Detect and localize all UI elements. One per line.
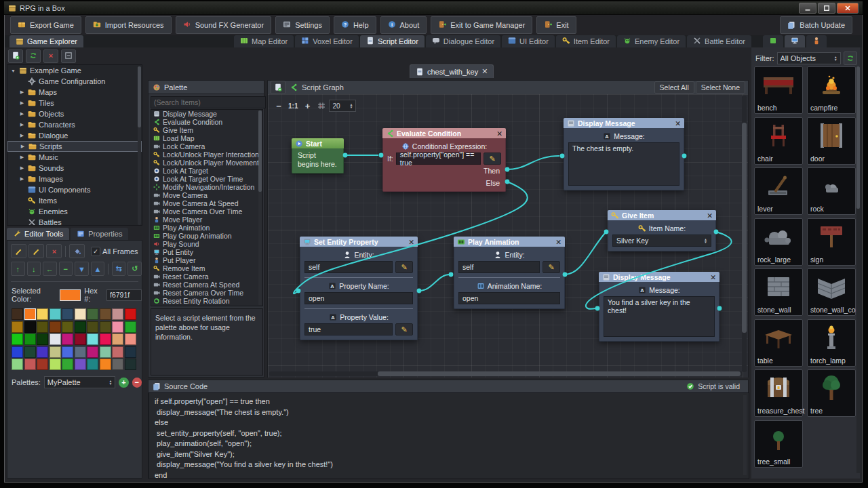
close-node-icon[interactable]: ✕: [555, 238, 561, 246]
color-swatch[interactable]: [62, 359, 73, 370]
palette-item-move-camera[interactable]: Move Camera: [151, 191, 262, 199]
palette-item-lock-unlock-player-movement[interactable]: Lock/Unlock Player Movement: [151, 159, 262, 167]
graph-hscrollbar[interactable]: [269, 371, 743, 376]
object-card-stone_wall[interactable]: stone_wall: [754, 268, 803, 316]
color-swatch[interactable]: [50, 359, 61, 370]
filter-select[interactable]: All Objects: [777, 52, 841, 64]
color-swatch[interactable]: [50, 346, 61, 358]
move-left-button[interactable]: ←: [43, 262, 57, 276]
tree-item-dialogue[interactable]: ▶Dialogue: [7, 130, 142, 141]
arrow-right-icon[interactable]: ▶: [20, 144, 26, 149]
color-swatch[interactable]: [50, 308, 61, 320]
arrow-right-icon[interactable]: ▶: [19, 133, 25, 138]
move-up-button[interactable]: ↑: [11, 262, 25, 276]
palette-item-reset-camera[interactable]: Reset Camera: [151, 272, 262, 281]
source-scrollbar[interactable]: [743, 395, 747, 475]
color-swatch[interactable]: [112, 321, 123, 333]
move-down-button[interactable]: ↓: [27, 262, 41, 276]
color-swatch[interactable]: [24, 333, 36, 345]
node-display-message-2[interactable]: Display Message ✕ A Message: You find a …: [599, 272, 719, 342]
palette-scrollbar[interactable]: [258, 110, 262, 305]
hex-input[interactable]: [106, 289, 142, 301]
tab-editor-tools[interactable]: Editor Tools: [7, 228, 69, 240]
color-swatch[interactable]: [24, 346, 36, 358]
palette-item-give-item[interactable]: Give Item: [151, 126, 262, 134]
tree-item-items[interactable]: Items: [7, 195, 142, 206]
palette-item-play-group-animation[interactable]: Play Group Animation: [151, 232, 262, 240]
tree-item-scripts[interactable]: ▶Scripts: [7, 141, 142, 152]
close-node-icon[interactable]: ✕: [675, 119, 681, 127]
node-give-item[interactable]: Give Item ✕ Item Name: Silver Key: [608, 210, 716, 251]
color-swatch[interactable]: [112, 308, 123, 320]
new-file-button[interactable]: [8, 49, 23, 63]
color-swatch[interactable]: [75, 308, 86, 320]
color-swatch[interactable]: [75, 346, 86, 358]
color-swatch[interactable]: [62, 321, 73, 333]
tab-script-editor[interactable]: Script Editor: [360, 35, 425, 47]
select-all-button[interactable]: Select All: [654, 81, 694, 94]
move-right-button[interactable]: −: [59, 262, 73, 276]
tab-battle-editor[interactable]: Battle Editor: [687, 35, 751, 47]
objects-tab[interactable]: [785, 35, 805, 47]
refresh-button[interactable]: [26, 49, 41, 63]
tree-item-ui-components[interactable]: UI Components: [7, 184, 142, 195]
tree-item-example-game[interactable]: ▼Example Game: [7, 65, 142, 76]
object-card-table[interactable]: table: [754, 319, 803, 367]
all-frames-checkbox[interactable]: [91, 247, 100, 256]
palette-item-display-message[interactable]: Display Message: [151, 110, 262, 118]
zoom-out-button[interactable]: −: [273, 100, 284, 111]
arrow-right-icon[interactable]: ▶: [19, 176, 25, 182]
menu-export-game[interactable]: Export Game: [10, 16, 81, 34]
script-document-tab[interactable]: chest_with_key ✕: [410, 64, 494, 78]
palette-item-reset-camera-over-time[interactable]: Reset Camera Over Time: [151, 289, 262, 297]
palette-item-rotate-camera[interactable]: Rotate Camera: [151, 305, 262, 306]
remove-palette-button[interactable]: −: [132, 378, 142, 388]
palette-item-modify-navigation-interaction[interactable]: Modify Navigation/Interaction: [151, 183, 262, 191]
tree-item-objects[interactable]: ▶Objects: [7, 108, 142, 119]
color-swatch[interactable]: [50, 333, 61, 345]
tab-voxel-editor[interactable]: Voxel Editor: [295, 35, 359, 47]
delete-x-button[interactable]: ×: [43, 49, 58, 63]
select-none-button[interactable]: Select None: [696, 81, 745, 94]
color-swatch[interactable]: [100, 333, 111, 345]
node-evaluate-condition[interactable]: Evaluate Condition ✕ Conditional Express…: [382, 128, 506, 192]
animation-name-input[interactable]: open: [458, 292, 560, 304]
color-swatch[interactable]: [37, 333, 48, 345]
menu-import-resources[interactable]: Import Resources: [85, 16, 172, 34]
color-swatch[interactable]: [12, 308, 23, 320]
tab-map-editor[interactable]: Map Editor: [234, 35, 294, 47]
color-swatch[interactable]: [125, 321, 136, 333]
node-play-animation[interactable]: Play Animation ✕ Entity: self ✎ Animatio…: [454, 237, 565, 309]
rotate-button[interactable]: ↺: [127, 262, 142, 276]
node-start[interactable]: Start Script begins here.: [292, 138, 344, 174]
palette-item-reset-camera-at-speed[interactable]: Reset Camera At Speed: [151, 281, 262, 289]
palette-item-move-camera-over-time[interactable]: Move Camera Over Time: [151, 207, 262, 216]
color-swatch[interactable]: [12, 321, 23, 333]
object-card-campfire[interactable]: campfire: [807, 66, 856, 114]
color-swatch[interactable]: [24, 321, 36, 333]
tab-enemy-editor[interactable]: Enemy Editor: [617, 35, 686, 47]
objects-scrollbar[interactable]: [856, 66, 860, 473]
color-swatch[interactable]: [125, 333, 136, 345]
tree-item-game-configuration[interactable]: Game Configuration: [7, 76, 142, 87]
color-swatch[interactable]: [87, 333, 98, 345]
color-swatch[interactable]: [87, 359, 98, 370]
palette-item-put-entity[interactable]: Put Entity: [151, 248, 262, 256]
object-card-tree_small[interactable]: tree_small: [754, 420, 803, 468]
tree-item-battles[interactable]: Battles: [7, 217, 142, 226]
object-card-chair[interactable]: chair: [754, 117, 803, 165]
edit-entity-button[interactable]: ✎: [542, 261, 560, 273]
object-card-torch_lamp[interactable]: torch_lamp: [807, 319, 856, 367]
tree-item-images[interactable]: ▶Images: [7, 174, 142, 184]
color-swatch[interactable]: [62, 333, 73, 345]
batch-update-button[interactable]: Batch Update: [780, 16, 852, 34]
color-swatch[interactable]: [125, 346, 136, 358]
palette-item-remove-item[interactable]: Remove Item: [151, 264, 262, 272]
tree-item-characters[interactable]: ▶Characters: [7, 119, 142, 130]
color-swatch[interactable]: [62, 346, 73, 358]
object-card-stone_wall_cor[interactable]: stone_wall_cor: [807, 268, 856, 316]
close-node-icon[interactable]: ✕: [496, 129, 502, 138]
property-name-input[interactable]: open: [304, 292, 413, 304]
arrow-right-icon[interactable]: ▶: [19, 100, 25, 106]
object-card-tree[interactable]: tree: [807, 369, 856, 417]
